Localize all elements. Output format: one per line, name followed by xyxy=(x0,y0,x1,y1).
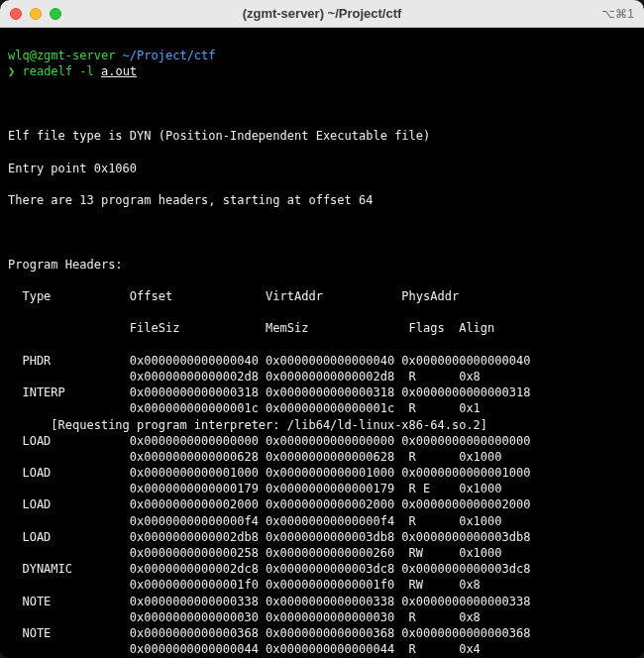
header-row: 0x0000000000000030 0x0000000000000030 R … xyxy=(8,609,636,625)
header-row: LOAD 0x0000000000001000 0x00000000000010… xyxy=(8,465,636,481)
minimize-icon[interactable] xyxy=(30,8,42,20)
elf-count-line: There are 13 program headers, starting a… xyxy=(8,192,636,208)
elf-type-line: Elf file type is DYN (Position-Independe… xyxy=(8,128,636,144)
elf-entry-line: Entry point 0x1060 xyxy=(8,161,636,176)
command-text: readelf -l xyxy=(22,64,93,78)
blank-line xyxy=(8,224,636,240)
prompt-symbol: ❯ xyxy=(8,64,15,78)
header-row: LOAD 0x0000000000000000 0x00000000000000… xyxy=(8,433,636,449)
window-controls xyxy=(10,8,61,20)
header-row: 0x0000000000000628 0x0000000000000628 R … xyxy=(8,449,636,465)
terminal-window: (zgmt-server) ~/Project/ctf ⌥⌘1 wlq@zgmt… xyxy=(0,0,644,658)
header-row: NOTE 0x0000000000000368 0x00000000000003… xyxy=(8,625,636,641)
window-title: (zgmt-server) ~/Project/ctf xyxy=(0,6,644,21)
header-row: 0x0000000000000258 0x0000000000000260 RW… xyxy=(8,545,636,561)
header-row: PHDR 0x0000000000000040 0x00000000000000… xyxy=(8,353,636,369)
blank-line xyxy=(8,96,636,112)
header-row: 0x000000000000001c 0x000000000000001c R … xyxy=(8,400,636,416)
prompt-path: ~/Project/ctf xyxy=(123,49,216,62)
column-header-row1: Type Offset VirtAddr PhysAddr xyxy=(8,288,636,304)
interpreter-note: [Requesting program interpreter: /lib64/… xyxy=(8,417,636,433)
section-title: Program Headers: xyxy=(8,257,636,273)
close-icon[interactable] xyxy=(10,8,22,20)
header-row: 0x00000000000000f4 0x00000000000000f4 R … xyxy=(8,513,636,529)
command-arg: a.out xyxy=(101,64,137,78)
terminal-body[interactable]: wlq@zgmt-server ~/Project/ctf ❯ readelf … xyxy=(0,28,644,658)
header-row: 0x00000000000001f0 0x00000000000001f0 RW… xyxy=(8,577,636,593)
header-row: 0x0000000000000179 0x0000000000000179 R … xyxy=(8,481,636,496)
titlebar[interactable]: (zgmt-server) ~/Project/ctf ⌥⌘1 xyxy=(0,0,644,28)
header-row: NOTE 0x0000000000000338 0x00000000000003… xyxy=(8,594,636,609)
header-row: INTERP 0x0000000000000318 0x000000000000… xyxy=(8,384,636,400)
column-header-row2: FileSiz MemSiz Flags Align xyxy=(8,320,636,336)
header-row: 0x0000000000000044 0x0000000000000044 R … xyxy=(8,641,636,657)
header-row: LOAD 0x0000000000002db8 0x0000000000003d… xyxy=(8,529,636,545)
prompt-line: wlq@zgmt-server ~/Project/ctf ❯ readelf … xyxy=(8,48,636,79)
zoom-icon[interactable] xyxy=(50,8,61,20)
program-headers-table: PHDR 0x0000000000000040 0x00000000000000… xyxy=(8,353,636,658)
header-row: 0x00000000000002d8 0x00000000000002d8 R … xyxy=(8,369,636,384)
shortcut-label: ⌥⌘1 xyxy=(601,7,634,21)
header-row: DYNAMIC 0x0000000000002dc8 0x00000000000… xyxy=(8,561,636,577)
prompt-user: wlq@zgmt-server xyxy=(8,49,115,62)
header-row: LOAD 0x0000000000002000 0x00000000000020… xyxy=(8,496,636,512)
